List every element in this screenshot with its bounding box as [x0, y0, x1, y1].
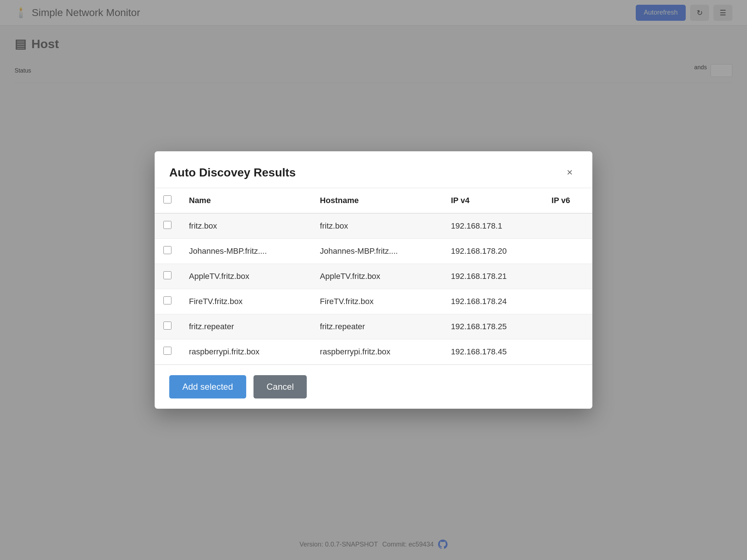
row-ipv6 — [543, 314, 592, 339]
row-ipv4: 192.168.178.45 — [442, 339, 543, 365]
table-body: fritz.box fritz.box 192.168.178.1 Johann… — [155, 213, 592, 365]
row-name: fritz.repeater — [180, 314, 311, 339]
row-checkbox-3[interactable] — [163, 296, 171, 304]
modal-overlay: Auto Discovey Results × Name Hostname IP… — [0, 0, 747, 560]
modal-close-button[interactable]: × — [562, 164, 578, 180]
row-hostname: FireTV.fritz.box — [311, 289, 442, 314]
row-hostname: fritz.repeater — [311, 314, 442, 339]
table-header: Name Hostname IP v4 IP v6 — [155, 188, 592, 213]
cancel-button[interactable]: Cancel — [253, 375, 307, 398]
row-hostname: AppleTV.fritz.box — [311, 264, 442, 289]
row-ipv4: 192.168.178.20 — [442, 239, 543, 264]
row-ipv4: 192.168.178.21 — [442, 264, 543, 289]
add-selected-button[interactable]: Add selected — [169, 375, 246, 398]
col-ipv4-header: IP v4 — [442, 188, 543, 213]
modal-header: Auto Discovey Results × — [155, 151, 592, 188]
row-checkbox-0[interactable] — [163, 221, 171, 229]
row-ipv4: 192.168.178.1 — [442, 213, 543, 239]
row-name: raspberrypi.fritz.box — [180, 339, 311, 365]
row-ipv6 — [543, 264, 592, 289]
row-checkbox-4[interactable] — [163, 322, 171, 330]
row-ipv6 — [543, 289, 592, 314]
row-checkbox-cell — [155, 289, 180, 314]
discovery-modal: Auto Discovey Results × Name Hostname IP… — [155, 151, 592, 409]
table-row: Johannes-MBP.fritz.... Johannes-MBP.frit… — [155, 239, 592, 264]
col-ipv6-header: IP v6 — [543, 188, 592, 213]
table-header-row: Name Hostname IP v4 IP v6 — [155, 188, 592, 213]
table-row: AppleTV.fritz.box AppleTV.fritz.box 192.… — [155, 264, 592, 289]
row-checkbox-cell — [155, 264, 180, 289]
row-ipv6 — [543, 213, 592, 239]
table-row: fritz.box fritz.box 192.168.178.1 — [155, 213, 592, 239]
row-checkbox-2[interactable] — [163, 271, 171, 279]
col-hostname-header: Hostname — [311, 188, 442, 213]
row-ipv6 — [543, 339, 592, 365]
row-checkbox-cell — [155, 213, 180, 239]
modal-footer: Add selected Cancel — [155, 365, 592, 409]
table-row: FireTV.fritz.box FireTV.fritz.box 192.16… — [155, 289, 592, 314]
modal-body: Name Hostname IP v4 IP v6 fritz.box frit… — [155, 188, 592, 365]
row-hostname: Johannes-MBP.fritz.... — [311, 239, 442, 264]
row-ipv4: 192.168.178.24 — [442, 289, 543, 314]
row-checkbox-cell — [155, 314, 180, 339]
select-all-checkbox[interactable] — [163, 195, 171, 203]
table-row: fritz.repeater fritz.repeater 192.168.17… — [155, 314, 592, 339]
row-checkbox-5[interactable] — [163, 347, 171, 355]
row-name: AppleTV.fritz.box — [180, 264, 311, 289]
row-checkbox-1[interactable] — [163, 246, 171, 254]
discovery-table: Name Hostname IP v4 IP v6 fritz.box frit… — [155, 188, 592, 365]
row-name: FireTV.fritz.box — [180, 289, 311, 314]
row-name: fritz.box — [180, 213, 311, 239]
table-row: raspberrypi.fritz.box raspberrypi.fritz.… — [155, 339, 592, 365]
row-hostname: fritz.box — [311, 213, 442, 239]
row-checkbox-cell — [155, 239, 180, 264]
row-hostname: raspberrypi.fritz.box — [311, 339, 442, 365]
modal-title: Auto Discovey Results — [169, 166, 296, 179]
col-checkbox-header — [155, 188, 180, 213]
row-ipv6 — [543, 239, 592, 264]
row-ipv4: 192.168.178.25 — [442, 314, 543, 339]
col-name-header: Name — [180, 188, 311, 213]
row-name: Johannes-MBP.fritz.... — [180, 239, 311, 264]
row-checkbox-cell — [155, 339, 180, 365]
